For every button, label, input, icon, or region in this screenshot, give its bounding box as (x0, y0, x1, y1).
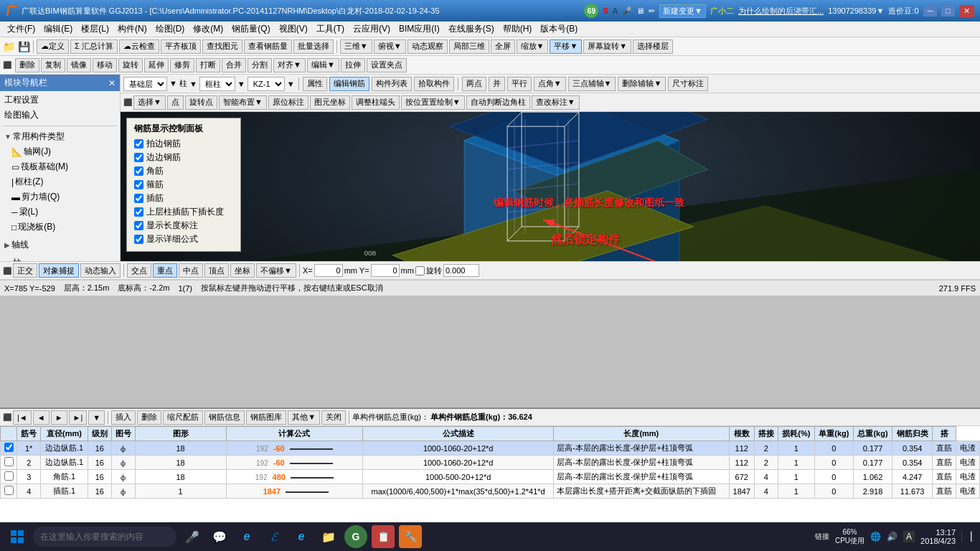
btn-dim[interactable]: 尺寸标注 (668, 77, 708, 91)
btn-midpoint2[interactable]: 中点 (179, 263, 203, 278)
taskbar-clipboard[interactable]: 📋 (372, 525, 395, 548)
btn-intersection[interactable]: 交点 (127, 263, 151, 278)
select-layer[interactable]: 基础层 (123, 77, 167, 91)
btn-smart-layout[interactable]: 智能布置▼ (219, 95, 267, 110)
btn-edit2[interactable]: 编辑▼ (307, 58, 339, 72)
taskbar-start[interactable] (6, 525, 29, 548)
sidebar-item-drawing-input[interactable]: 绘图输入 (0, 108, 120, 123)
taskbar-tool[interactable]: 🔧 (399, 525, 422, 548)
menu-help[interactable]: 帮助(H) (499, 22, 537, 37)
cb-upper-col-input[interactable] (134, 207, 143, 217)
sidebar-item-frame-col[interactable]: |框柱(Z) (0, 174, 120, 189)
table-row[interactable]: 2 边边纵筋.1 16 ф 18 192 -60 1000-1060-20+12… (1, 456, 980, 470)
btn-delete-row[interactable]: 删除 (137, 410, 161, 425)
btn-rotate[interactable]: 旋转 (118, 58, 143, 72)
title-link1[interactable]: 为什么绘制的后浇带汇... (738, 6, 824, 17)
taskbar-show-desktop[interactable]: ▕ (961, 532, 974, 542)
btn-adj-col-end[interactable]: 调整柱端头 (352, 95, 400, 110)
table-row[interactable]: 4 插筋.1 16 ф 1 1847 max(1000/6,400,500)+1… (1, 484, 980, 499)
btn-dynamic[interactable]: 动态观察 (407, 39, 448, 54)
menu-modify[interactable]: 修改(M) (189, 22, 227, 37)
btn-align[interactable]: 对齐▼ (273, 58, 306, 72)
taskbar-folder[interactable]: 📁 (317, 525, 340, 548)
btn-break[interactable]: 打断 (196, 58, 220, 72)
table-row[interactable]: 1* 边边纵筋.1 16 ф 18 192 -60 1000-1060-20+1… (1, 441, 980, 456)
btn-rebar-info[interactable]: 钢筋信息 (204, 410, 245, 425)
btn-top-view[interactable]: 俯视▼ (374, 39, 406, 54)
btn-nav-last[interactable]: ►| (69, 410, 88, 425)
btn-comp-list[interactable]: 构件列表 (372, 77, 412, 91)
btn-delete[interactable]: 删除 (15, 58, 39, 72)
td-checkbox[interactable] (1, 470, 17, 484)
cb-border-rebar1-input[interactable] (134, 139, 143, 149)
select-comp-type[interactable]: 框柱 (199, 77, 235, 91)
btn-insert-row[interactable]: 插入 (111, 410, 136, 425)
rotate-input[interactable] (443, 264, 479, 277)
btn-scale-rebar[interactable]: 缩尺配筋 (163, 410, 203, 425)
cb-insert-rebar[interactable]: 插筋 (134, 192, 233, 204)
btn-cloud-check[interactable]: ☁云检查 (119, 39, 159, 54)
sidebar-item-beam[interactable]: ─梁(L) (0, 204, 120, 220)
btn-parallel[interactable]: 并 (489, 77, 505, 91)
x-input[interactable] (314, 264, 343, 277)
btn-point-angle[interactable]: 平行 (507, 77, 532, 91)
menu-rebar-qty[interactable]: 钢筋量(Q) (227, 22, 274, 37)
taskbar-edge[interactable]: ℰ (263, 525, 286, 548)
y-input[interactable] (371, 264, 400, 277)
btn-rebar-lib[interactable]: 钢筋图库 (246, 410, 286, 425)
btn-extend[interactable]: 延伸 (144, 58, 169, 72)
btn-fullscreen[interactable]: 全屏 (491, 39, 515, 54)
btn-angle-point[interactable]: 点角▼ (534, 77, 566, 91)
btn-snap[interactable]: 对象捕捉 (39, 263, 79, 278)
cb-show-formula[interactable]: 显示详细公式 (134, 233, 233, 245)
sidebar-item-axis[interactable]: 📐轴网(J) (0, 144, 120, 159)
menu-file[interactable]: 文件(F) (3, 22, 39, 37)
btn-nav-next[interactable]: ► (51, 410, 67, 425)
menu-online[interactable]: 在线服务(S) (444, 22, 499, 37)
select-comp-id[interactable]: KZ-1 (248, 77, 285, 91)
btn-close-panel[interactable]: 关闭 (321, 410, 346, 425)
btn-nav-prev[interactable]: ◄ (33, 410, 50, 425)
table-row[interactable]: 3 角筋.1 16 ф 18 192 480 1000-500-20+12*d … (1, 470, 980, 484)
taskbar-ie2[interactable]: e (290, 525, 313, 548)
btn-edit-rebar[interactable]: 编辑钢筋 (329, 77, 369, 91)
cb-corner-rebar-input[interactable] (134, 166, 143, 176)
title-maximize[interactable]: □ (941, 5, 955, 17)
menu-tools[interactable]: 工具(T) (312, 22, 349, 37)
btn-three-point[interactable]: 三点辅轴▼ (568, 77, 616, 91)
title-close[interactable]: ✕ (959, 5, 974, 17)
taskbar-search-input[interactable] (33, 527, 176, 547)
rotate-checkbox[interactable] (415, 266, 425, 276)
btn-mirror[interactable]: 镜像 (67, 58, 91, 72)
btn-midpoint[interactable]: 重点 (153, 263, 177, 278)
btn-split[interactable]: 分割 (248, 58, 272, 72)
menu-component[interactable]: 构件(N) (113, 22, 151, 37)
cb-show-len[interactable]: 显示长度标注 (134, 220, 233, 232)
sidebar-item-common-types[interactable]: ▼ 常用构件类型 (0, 129, 120, 144)
btn-vertex[interactable]: 顶点 (204, 263, 229, 278)
cb-upper-col[interactable]: 上层柱插筋下插长度 (134, 206, 233, 218)
sidebar-item-axis-main[interactable]: ▶轴线 (0, 237, 120, 253)
menu-view[interactable]: 视图(V) (275, 22, 312, 37)
cb-corner-rebar[interactable]: 角筋 (134, 165, 233, 177)
btn-stretch[interactable]: 拉伸 (341, 58, 365, 72)
menu-bim[interactable]: BIM应用(I) (395, 22, 444, 37)
btn-batch-select[interactable]: 批量选择 (293, 39, 334, 54)
btn-del-aux[interactable]: 删除辅轴▼ (618, 77, 666, 91)
taskbar-chat[interactable]: 💬 (208, 525, 231, 548)
btn-define[interactable]: ☁定义 (37, 39, 69, 54)
btn-pan[interactable]: 平移▼ (550, 39, 582, 54)
btn-select-floor[interactable]: 选择楼层 (633, 39, 673, 54)
cb-stirrup-input[interactable] (134, 180, 143, 189)
btn-set-grip[interactable]: 设置夹点 (367, 58, 407, 72)
btn-copy[interactable]: 复制 (41, 58, 65, 72)
taskbar-mic[interactable]: 🎤 (181, 525, 204, 548)
taskbar-ie[interactable]: e (235, 525, 258, 548)
btn-draw-by-pos[interactable]: 按位置置绘制▼ (401, 95, 465, 110)
btn-elem-coord[interactable]: 图元坐标 (310, 95, 350, 110)
cb-border-rebar2[interactable]: 边边钢筋 (134, 151, 233, 164)
btn-point-tool[interactable]: 点 (167, 95, 184, 110)
btn-select-tool[interactable]: 选择▼ (133, 95, 166, 110)
btn-view-rebar[interactable]: 查看钢筋量 (244, 39, 292, 54)
btn-ortho[interactable]: 正交 (13, 263, 37, 278)
